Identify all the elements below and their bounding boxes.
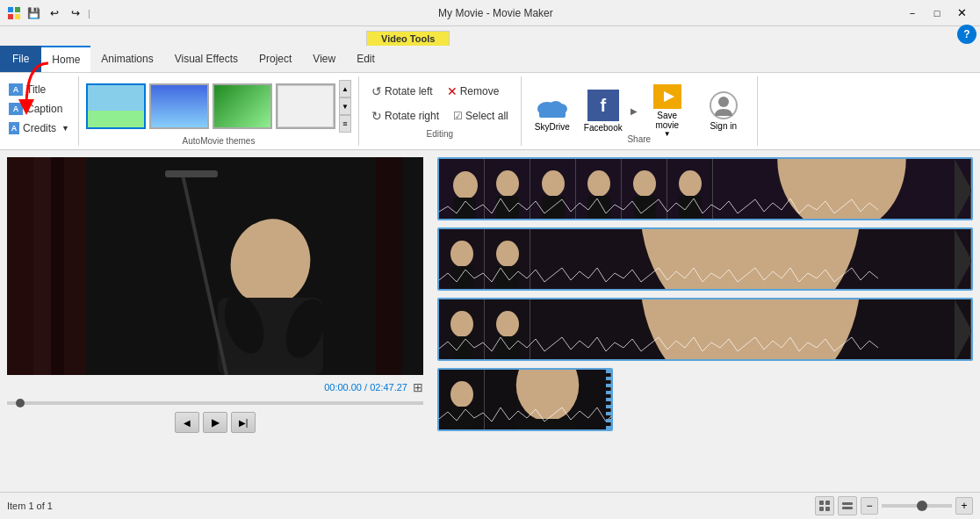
facebook-icon: f [587,90,619,121]
sign-in-label: Sign in [710,121,737,131]
undo-btn[interactable]: ↩ [46,4,63,22]
rotate-left-icon: ↺ [371,84,382,98]
svg-point-37 [633,170,656,197]
status-text: Item 1 of 1 [7,501,53,511]
share-scroll-right[interactable]: ▶ [631,106,638,116]
timeline-slider[interactable] [7,401,423,405]
select-all-label: Select all [465,110,508,122]
text-group-label [5,140,73,141]
video-frame [7,157,423,375]
app-icon [7,6,21,20]
view-storyboard-btn[interactable] [815,496,834,515]
next-btn[interactable]: ▶| [231,412,256,433]
credits-icon: A [9,122,19,134]
menu-file[interactable]: File [0,46,41,72]
zoom-in-btn[interactable]: + [955,497,973,515]
zoom-out-btn[interactable]: − [861,497,878,515]
themes-group-label: AutoMovie themes [86,134,351,146]
theme-white[interactable] [276,83,335,129]
track-item-1[interactable] [437,157,973,220]
skydrive-icon [537,90,568,122]
credits-label: Credits [23,122,56,134]
zoom-slider[interactable] [882,504,952,508]
expand-btn[interactable]: ⊞ [413,380,423,394]
svg-point-55 [450,311,473,337]
zoom-handle[interactable] [917,501,927,511]
ribbon: Video Tools ? File Home Animations Visua… [0,26,980,150]
total-time: 02:47.27 [370,382,407,393]
svg-rect-0 [8,7,13,12]
track-item-3[interactable] [437,298,973,361]
track-item-4[interactable] [437,368,613,431]
svg-point-28 [496,170,519,197]
rotate-right-label: Rotate right [385,110,439,122]
prev-icon: ◀ [184,418,191,428]
save-quick-btn[interactable]: 💾 [25,4,42,22]
rotate-right-btn[interactable]: ↻ Rotate right [366,105,444,127]
title-bar: 💾 ↩ ↪ | My Movie - Movie Maker − □ ✕ [0,0,980,26]
title-icon: A [9,83,23,96]
waveform-3 [439,335,878,359]
svg-point-58 [496,311,519,337]
svg-point-46 [450,241,473,267]
themes-scroll: ▲ ▼ ≡ [339,80,351,133]
share-group: SkyDrive f Facebook ▶ Save movie [522,76,758,146]
credits-btn[interactable]: A Credits ▼ [5,119,73,138]
share-group-label: Share [522,133,757,144]
menu-view[interactable]: View [302,46,346,72]
select-all-icon: ☑ [453,110,463,122]
theme-sky[interactable] [86,83,146,129]
svg-rect-70 [825,501,830,505]
theme-water[interactable] [149,83,209,129]
text-group: A Title A Caption A Credits ▼ [0,76,79,146]
status-controls: − + [815,496,973,515]
menu-home[interactable]: Home [41,46,90,72]
facebook-label: Facebook [584,123,623,133]
sign-in-icon [710,91,738,119]
prev-btn[interactable]: ◀ [175,412,199,433]
svg-point-40 [679,170,702,197]
next-icon: ▶| [239,418,249,428]
track-arrow-1 [955,159,972,220]
close-btn[interactable]: ✕ [950,4,973,23]
rotate-left-btn[interactable]: ↺ Rotate left [366,80,438,103]
menu-edit[interactable]: Edit [346,46,386,72]
menu-project[interactable]: Project [249,46,302,72]
timeline-handle[interactable] [16,399,25,407]
svg-rect-74 [842,507,853,509]
svg-point-34 [587,170,610,197]
video-preview-panel: 00:00.00 / 02:47.27 ⊞ ◀ ▶ ▶| [0,150,430,492]
svg-rect-13 [7,157,33,375]
theme-green[interactable] [213,83,272,129]
svg-rect-3 [15,14,20,19]
remove-icon: ✕ [447,84,458,98]
themes-scroll-up[interactable]: ▲ [339,80,351,97]
menu-visual-effects[interactable]: Visual Effects [164,46,249,72]
menu-bar: File Home Animations Visual Effects Proj… [0,46,980,72]
help-button[interactable]: ? [957,25,976,44]
current-time: 00:00.00 [324,382,362,393]
time-display: 00:00.00 / 02:47.27 [324,382,407,393]
play-btn[interactable]: ▶ [203,412,227,433]
svg-rect-14 [33,157,51,375]
redo-btn[interactable]: ↪ [67,4,84,22]
track-item-2[interactable] [437,227,973,291]
select-all-btn[interactable]: ☑ Select all [448,105,514,127]
time-sep: / [364,382,367,393]
svg-rect-7 [539,111,566,118]
main-content: 00:00.00 / 02:47.27 ⊞ ◀ ▶ ▶| [0,150,980,492]
svg-rect-69 [819,501,824,505]
remove-btn[interactable]: ✕ Remove [442,80,505,103]
themes-scroll-more[interactable]: ≡ [339,115,351,133]
svg-rect-2 [8,14,13,19]
view-timeline-btn[interactable] [838,496,857,515]
menu-animations[interactable]: Animations [90,46,163,72]
minimize-btn[interactable]: − [901,4,924,23]
caption-btn[interactable]: A Caption [5,99,73,119]
svg-rect-17 [376,157,402,375]
maximize-btn[interactable]: □ [926,4,948,23]
svg-point-49 [496,241,519,267]
title-btn[interactable]: A Title [5,80,73,99]
title-label: Title [26,83,46,96]
themes-scroll-down[interactable]: ▼ [339,97,351,115]
